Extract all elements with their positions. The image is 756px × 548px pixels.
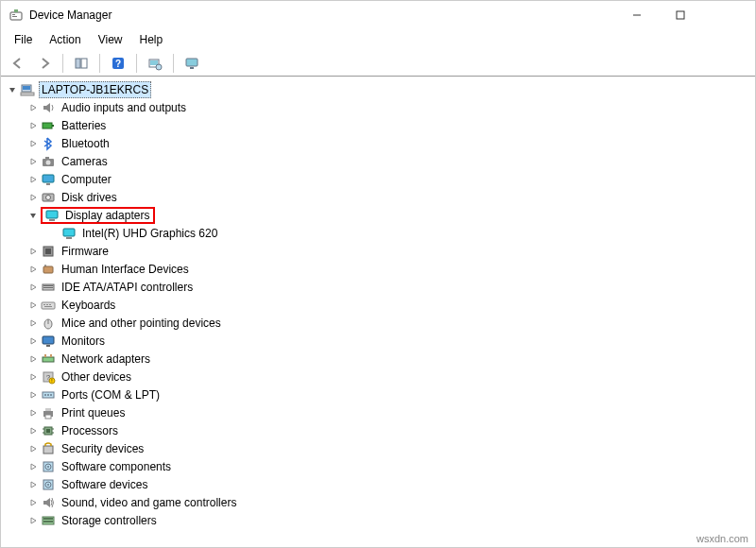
tree-root[interactable]: LAPTOP-JB1EKRCS: [7, 80, 755, 98]
svg-rect-36: [43, 285, 53, 286]
tree-category[interactable]: Audio inputs and outputs: [7, 98, 755, 116]
expand-icon[interactable]: [27, 461, 39, 472]
category-label: Audio inputs and outputs: [60, 100, 188, 115]
category-label: Print queues: [60, 405, 127, 420]
svg-rect-37: [43, 287, 53, 288]
tree-category[interactable]: Sound, video and game controllers: [7, 493, 755, 511]
svg-rect-32: [45, 248, 51, 254]
category-label: Batteries: [60, 118, 108, 133]
svg-rect-5: [677, 11, 684, 19]
tree-category[interactable]: ?!Other devices: [7, 368, 755, 385]
svg-rect-27: [46, 211, 58, 218]
expand-icon[interactable]: [27, 335, 39, 347]
expand-icon[interactable]: [27, 317, 39, 329]
tree-category[interactable]: Computer: [7, 170, 755, 188]
svg-rect-29: [63, 229, 75, 236]
expand-icon[interactable]: [27, 102, 39, 113]
expand-icon[interactable]: [27, 479, 39, 490]
security-icon: [41, 441, 56, 456]
expand-icon[interactable]: [27, 120, 39, 131]
tree-device[interactable]: Intel(R) UHD Graphics 620: [7, 224, 755, 242]
expand-icon[interactable]: [27, 425, 39, 437]
close-button[interactable]: [702, 1, 755, 29]
expand-icon[interactable]: [27, 407, 39, 419]
expand-icon[interactable]: [27, 371, 39, 383]
tree-category[interactable]: Network adapters: [7, 350, 755, 368]
menu-file[interactable]: File: [7, 31, 40, 48]
category-label: Mice and other pointing devices: [60, 316, 223, 331]
tree-category[interactable]: Mice and other pointing devices: [7, 314, 755, 332]
help-button[interactable]: ?: [107, 53, 129, 74]
expand-icon[interactable]: [27, 300, 39, 311]
category-label: Network adapters: [60, 351, 152, 367]
show-hide-tree-button[interactable]: [70, 53, 93, 74]
back-button[interactable]: [7, 53, 29, 74]
svg-rect-42: [44, 306, 52, 307]
svg-point-56: [47, 394, 49, 396]
tree-category[interactable]: Storage controllers: [7, 511, 755, 529]
expand-icon[interactable]: [27, 174, 39, 185]
tree-category[interactable]: Disk drives: [7, 188, 755, 206]
app-icon: [9, 8, 24, 23]
expand-icon[interactable]: [27, 156, 39, 167]
svg-rect-30: [66, 237, 72, 239]
expand-icon[interactable]: [27, 192, 39, 203]
cpu-icon: [41, 423, 56, 438]
tree-category[interactable]: Human Interface Devices: [7, 260, 755, 278]
collapse-icon[interactable]: [27, 210, 39, 221]
expand-icon[interactable]: [27, 246, 39, 257]
svg-rect-22: [45, 157, 49, 159]
menu-view[interactable]: View: [91, 31, 130, 48]
category-label: Ports (COM & LPT): [60, 387, 162, 402]
menubar: File Action View Help: [1, 29, 755, 50]
svg-rect-40: [46, 304, 48, 305]
expand-icon[interactable]: [27, 138, 39, 149]
tree-category[interactable]: IDE ATA/ATAPI controllers: [7, 278, 755, 296]
maximize-button[interactable]: [659, 1, 702, 29]
keyboard-icon: [41, 298, 56, 313]
minimize-button[interactable]: [615, 1, 659, 29]
mouse-icon: [41, 316, 56, 331]
expand-icon[interactable]: [27, 515, 39, 526]
tree-category[interactable]: Bluetooth: [7, 134, 755, 152]
tree-category[interactable]: Software components: [7, 457, 755, 475]
svg-rect-16: [23, 86, 30, 90]
expand-icon[interactable]: [27, 264, 39, 275]
expand-icon[interactable]: [27, 353, 39, 365]
tree-category[interactable]: Keyboards: [7, 296, 755, 314]
tree-category[interactable]: Print queues: [7, 403, 755, 421]
tree-category[interactable]: Display adapters: [7, 206, 755, 224]
svg-text:?: ?: [115, 59, 121, 69]
collapse-icon[interactable]: [7, 84, 18, 95]
menu-help[interactable]: Help: [132, 31, 171, 48]
tree-category[interactable]: Processors: [7, 421, 755, 439]
tree-category[interactable]: Software devices: [7, 475, 755, 493]
svg-rect-2: [12, 16, 17, 17]
network-icon: [41, 351, 56, 367]
expand-icon[interactable]: [27, 282, 39, 293]
sound-icon: [41, 495, 56, 510]
titlebar: Device Manager: [1, 1, 755, 29]
forward-button[interactable]: [33, 53, 56, 74]
expand-icon[interactable]: [27, 443, 39, 454]
tree-category[interactable]: Firmware: [7, 242, 755, 260]
category-label: Security devices: [60, 441, 146, 456]
tree-category[interactable]: Cameras: [7, 152, 755, 170]
tree-category[interactable]: Ports (COM & LPT): [7, 385, 755, 403]
tree-category[interactable]: Security devices: [7, 439, 755, 457]
display-icon: [61, 226, 77, 241]
svg-rect-76: [43, 521, 53, 522]
tree-category[interactable]: Monitors: [7, 332, 755, 350]
expand-icon[interactable]: [27, 389, 39, 401]
expand-icon[interactable]: [27, 497, 39, 508]
device-tree[interactable]: LAPTOP-JB1EKRCSAudio inputs and outputsB…: [1, 77, 755, 547]
ide-icon: [41, 280, 56, 295]
monitor-button[interactable]: [180, 53, 203, 74]
category-label: Monitors: [60, 334, 107, 349]
category-label: Other devices: [60, 369, 133, 385]
scan-hardware-button[interactable]: [144, 53, 166, 74]
svg-rect-47: [43, 357, 54, 362]
tree-category[interactable]: Batteries: [7, 116, 755, 134]
menu-action[interactable]: Action: [42, 31, 88, 48]
svg-point-55: [44, 394, 46, 396]
